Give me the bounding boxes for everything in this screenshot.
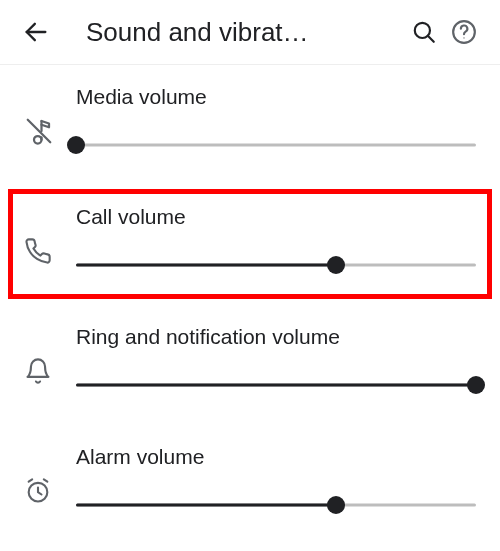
media-volume-label: Media volume <box>76 85 476 109</box>
phone-icon <box>24 237 52 265</box>
call-volume-row: Call volume <box>0 185 500 305</box>
svg-line-9 <box>44 479 48 481</box>
call-volume-body: Call volume <box>76 205 476 275</box>
alarm-volume-label: Alarm volume <box>76 445 476 469</box>
app-header: Sound and vibrat… <box>0 0 500 64</box>
alarm-icon <box>24 477 52 505</box>
call-volume-label: Call volume <box>76 205 476 229</box>
search-button[interactable] <box>404 12 444 52</box>
svg-line-2 <box>428 36 434 42</box>
ring-volume-body: Ring and notification volume <box>76 325 476 395</box>
media-volume-body: Media volume <box>76 85 476 155</box>
ring-volume-row: Ring and notification volume <box>0 305 500 425</box>
call-volume-icon-wrap <box>24 215 76 265</box>
ring-volume-label: Ring and notification volume <box>76 325 476 349</box>
svg-point-4 <box>463 37 464 38</box>
ring-volume-slider[interactable] <box>76 375 476 395</box>
media-mute-icon <box>24 116 54 146</box>
help-icon <box>451 19 477 45</box>
svg-point-5 <box>34 136 42 144</box>
media-volume-slider[interactable] <box>76 135 476 155</box>
page-title: Sound and vibrat… <box>56 17 404 48</box>
svg-line-8 <box>29 479 33 481</box>
media-volume-row: Media volume <box>0 65 500 185</box>
alarm-volume-body: Alarm volume <box>76 445 476 515</box>
bell-icon <box>24 357 52 385</box>
alarm-volume-icon-wrap <box>24 455 76 505</box>
arrow-back-icon <box>22 18 50 46</box>
alarm-volume-slider[interactable] <box>76 495 476 515</box>
help-button[interactable] <box>444 12 484 52</box>
call-volume-slider[interactable] <box>76 255 476 275</box>
back-button[interactable] <box>16 12 56 52</box>
alarm-volume-row: Alarm volume <box>0 425 500 545</box>
ring-volume-icon-wrap <box>24 335 76 385</box>
search-icon <box>411 19 437 45</box>
